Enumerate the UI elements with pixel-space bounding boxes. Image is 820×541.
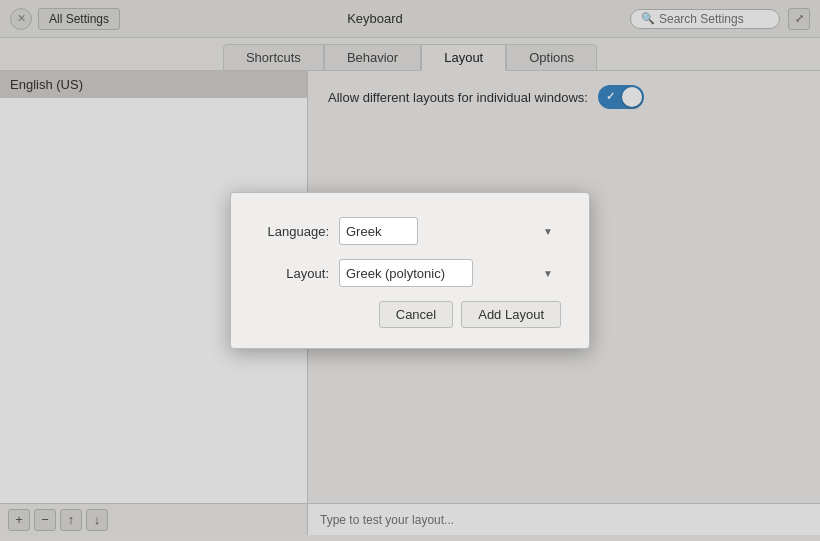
dialog-overlay: Language: Greek English French German Sp… xyxy=(0,0,820,541)
add-layout-dialog: Language: Greek English French German Sp… xyxy=(230,192,590,349)
language-select-wrapper: Greek English French German Spanish ▼ xyxy=(339,217,561,245)
layout-row: Layout: Greek (polytonic) Greek Greek (e… xyxy=(259,259,561,287)
cancel-button[interactable]: Cancel xyxy=(379,301,453,328)
language-select-arrow-icon: ▼ xyxy=(543,226,553,237)
layout-select-wrapper: Greek (polytonic) Greek Greek (extended)… xyxy=(339,259,561,287)
layout-select[interactable]: Greek (polytonic) Greek Greek (extended) xyxy=(339,259,473,287)
add-layout-button[interactable]: Add Layout xyxy=(461,301,561,328)
language-label: Language: xyxy=(259,224,329,239)
language-row: Language: Greek English French German Sp… xyxy=(259,217,561,245)
layout-select-arrow-icon: ▼ xyxy=(543,268,553,279)
layout-label: Layout: xyxy=(259,266,329,281)
dialog-buttons: Cancel Add Layout xyxy=(259,301,561,328)
language-select[interactable]: Greek English French German Spanish xyxy=(339,217,418,245)
